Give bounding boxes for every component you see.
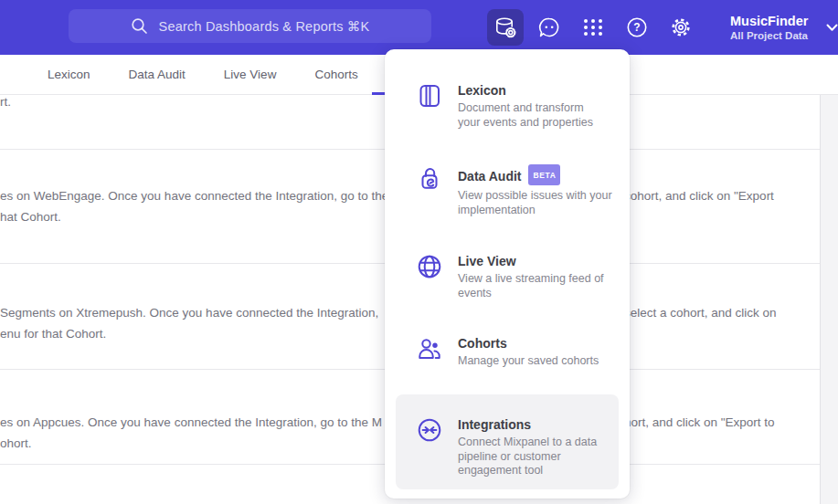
feedback-chat-icon [537, 16, 561, 39]
row-text: hat Cohort. [0, 210, 61, 224]
gear-icon [669, 16, 693, 39]
apps-grid-icon [581, 16, 605, 39]
book-icon [416, 82, 443, 110]
svg-text:?: ? [633, 21, 640, 34]
beta-badge: BETA [528, 164, 560, 185]
tab-data-audit[interactable]: Data Audit [129, 68, 186, 81]
menu-item-label: Integrations [458, 416, 622, 433]
menu-item-description: Connect Mixpanel to a data pipeline or c… [458, 436, 622, 478]
menu-item-label-text: Data Audit [458, 168, 521, 184]
menu-item-description: Manage your saved cohorts [458, 354, 622, 369]
menu-item-data-audit[interactable]: Data Audit BETA View possible issues wit… [416, 165, 622, 217]
row-text: hort, and click on "Export to [624, 415, 775, 429]
row-text: es on Appcues. Once you have connected t… [0, 415, 382, 429]
menu-item-description: Document and transform your events and p… [458, 101, 622, 130]
row-text: select a cohort, and click on [624, 306, 777, 320]
menu-item-text: Live View View a live streaming feed of … [458, 253, 622, 300]
menu-item-description: View a live streaming feed of events [458, 272, 622, 300]
menu-item-label: Data Audit BETA [458, 165, 622, 186]
globe-icon [416, 253, 443, 280]
menu-item-text: Cohorts Manage your saved cohorts [458, 335, 622, 369]
row-text: ohort. [0, 436, 32, 450]
menu-item-lexicon[interactable]: Lexicon Document and transform your even… [416, 82, 622, 130]
app-screen: rt. es on WebEngage. Once you have conne… [0, 0, 838, 504]
settings-button[interactable] [663, 9, 699, 46]
tab-cohorts[interactable]: Cohorts [314, 68, 357, 81]
topbar-actions: ? MusicFinder All Project Data [487, 9, 838, 46]
menu-item-text: Lexicon Document and transform your even… [458, 82, 622, 130]
menu-item-integrations[interactable]: Integrations Connect Mixpanel to a data … [396, 394, 619, 489]
sync-arrows-icon [416, 416, 443, 444]
search-icon [131, 17, 148, 35]
menu-item-text: Integrations Connect Mixpanel to a data … [458, 416, 622, 478]
search-input[interactable]: Search Dashboards & Reports ⌘K [69, 9, 431, 43]
menu-item-text: Data Audit BETA View possible issues wit… [458, 165, 622, 217]
project-name: MusicFinder [730, 14, 808, 29]
row-text: cohort, and click on "Export [624, 189, 774, 203]
menu-item-cohorts[interactable]: Cohorts Manage your saved cohorts [416, 335, 622, 369]
menu-item-description: View possible issues with your implement… [458, 189, 622, 217]
row-text: enu for that Cohort. [0, 327, 106, 341]
feedback-button[interactable] [531, 9, 568, 46]
project-labels: MusicFinder All Project Data [730, 14, 808, 42]
tab-live-view[interactable]: Live View [224, 68, 277, 81]
people-icon [416, 335, 443, 362]
data-management-menu: Lexicon Document and transform your even… [385, 49, 630, 499]
menu-item-label: Live View [458, 253, 622, 269]
scrollbar-gutter[interactable] [820, 95, 838, 504]
tab-lexicon[interactable]: Lexicon [48, 68, 90, 81]
menu-item-live-view[interactable]: Live View View a live streaming feed of … [416, 253, 622, 300]
apps-grid-button[interactable] [575, 9, 611, 46]
chevron-down-icon [826, 24, 838, 32]
menu-item-label: Lexicon [458, 82, 622, 99]
topbar: Search Dashboards & Reports ⌘K [0, 0, 838, 55]
project-subtitle: All Project Data [730, 29, 808, 42]
row-text: rt. [0, 95, 11, 109]
search-placeholder: Search Dashboards & Reports ⌘K [159, 19, 370, 34]
project-switcher[interactable]: MusicFinder All Project Data [730, 14, 838, 42]
data-management-button[interactable] [487, 9, 524, 46]
menu-item-label: Cohorts [458, 335, 622, 352]
menu-item-integrations-content: Integrations Connect Mixpanel to a data … [416, 416, 622, 478]
help-icon: ? [625, 16, 649, 39]
row-text: es on WebEngage. Once you have connected… [0, 189, 388, 203]
audit-lock-icon [416, 165, 443, 193]
data-management-icon [493, 16, 517, 39]
row-text: Segments on Xtremepush. Once you have co… [0, 306, 378, 320]
help-button[interactable]: ? [619, 9, 655, 46]
